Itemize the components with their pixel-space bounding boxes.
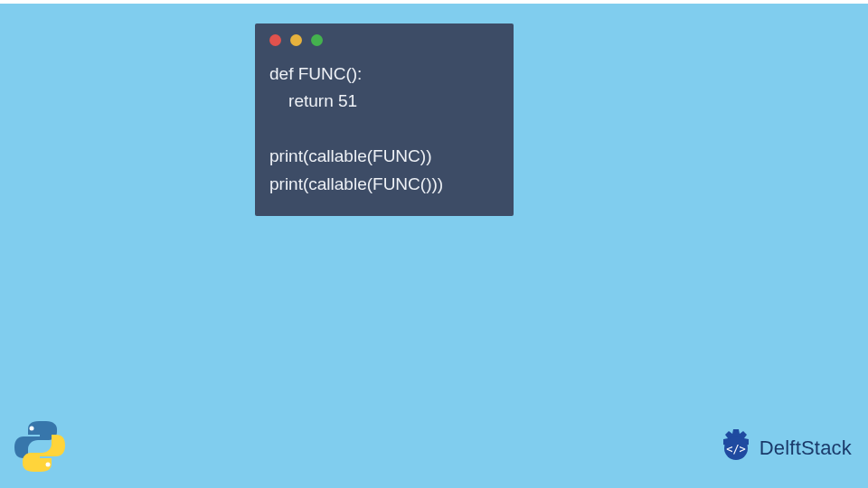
delftstack-gear-icon: </> bbox=[716, 428, 756, 468]
python-logo-icon bbox=[11, 418, 69, 475]
close-dot-icon bbox=[269, 34, 281, 46]
top-white-strip bbox=[0, 0, 868, 4]
delftstack-label: DelftStack bbox=[760, 436, 852, 460]
svg-point-0 bbox=[30, 427, 34, 431]
minimize-dot-icon bbox=[290, 34, 302, 46]
code-block: def FUNC(): return 51 print(callable(FUN… bbox=[269, 61, 499, 198]
window-traffic-lights bbox=[269, 34, 499, 46]
code-window: def FUNC(): return 51 print(callable(FUN… bbox=[255, 23, 514, 216]
svg-text:</>: </> bbox=[726, 443, 746, 455]
svg-point-1 bbox=[46, 463, 51, 467]
maximize-dot-icon bbox=[311, 34, 323, 46]
delftstack-badge: </> DelftStack bbox=[716, 428, 852, 468]
